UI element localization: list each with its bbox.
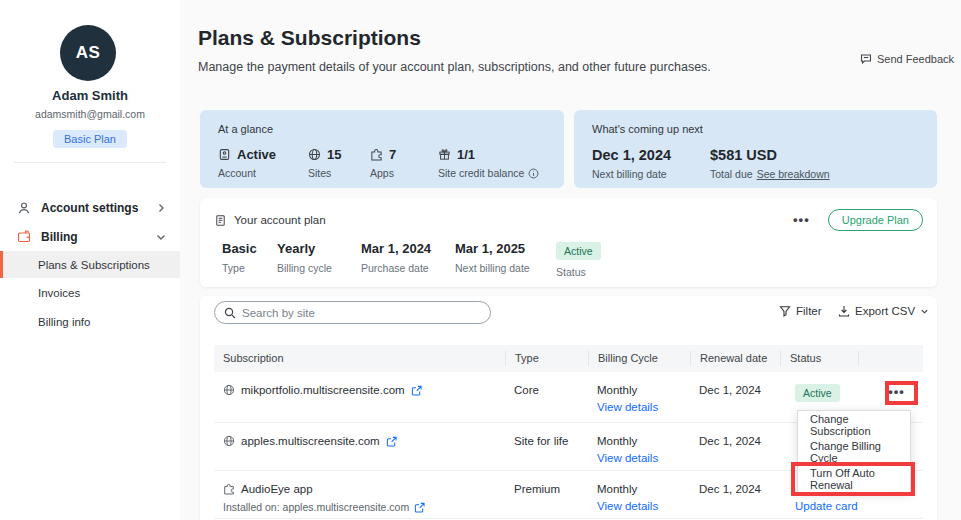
column-header-renewal-date: Renewal date <box>690 351 780 366</box>
glance-item-sites: 15 Sites <box>308 147 370 179</box>
menu-item-change-billing-cycle[interactable]: Change Billing Cycle <box>798 438 910 465</box>
send-feedback-button[interactable]: Send Feedback <box>860 53 954 65</box>
user-name: Adam Smith <box>0 88 180 103</box>
subscription-name: AudioEye app <box>241 483 313 495</box>
filter-label: Filter <box>796 305 822 317</box>
glance-label: Site credit balance <box>438 167 524 179</box>
glance-item-apps: 7 Apps <box>370 147 438 179</box>
plan-field-type: Basic Type <box>222 241 277 278</box>
plan-field-label: Billing cycle <box>277 262 361 274</box>
status-badge: Active <box>795 384 840 402</box>
filter-button[interactable]: Filter <box>779 305 822 317</box>
avatar[interactable]: AS <box>60 25 116 81</box>
account-badge-icon <box>218 148 231 161</box>
view-details-link[interactable]: View details <box>597 401 658 413</box>
sidebar-item-plans-subscriptions[interactable]: Plans & Subscriptions <box>0 251 180 278</box>
globe-icon <box>223 384 235 396</box>
upcoming-item-total-due: $581 USD Total due See breakdown <box>710 147 830 180</box>
billing-cycle: Monthly <box>597 384 690 396</box>
chevron-down-icon <box>156 232 166 242</box>
page-title: Plans & Subscriptions <box>198 26 421 50</box>
search-box[interactable] <box>214 301 491 324</box>
page-subtitle: Manage the payment details of your accou… <box>198 60 711 74</box>
sidebar-divider <box>14 162 166 163</box>
column-header-actions <box>858 351 923 366</box>
avatar-initials: AS <box>76 43 101 63</box>
external-link-icon[interactable] <box>411 385 422 396</box>
installed-on-text: Installed on: apples.multiscreensite.com <box>223 501 409 513</box>
column-header-status: Status <box>780 351 858 366</box>
account-plan-card: Your account plan ••• Upgrade Plan Basic… <box>200 198 937 287</box>
sidebar-item-account-settings[interactable]: Account settings <box>0 193 180 222</box>
renewal-date: Dec 1, 2024 <box>690 372 780 422</box>
external-link-icon[interactable] <box>386 436 397 447</box>
glance-item-site-credit: 1/1 Site credit balance <box>438 147 539 179</box>
account-plan-title: Your account plan <box>234 214 326 226</box>
sidebar-item-invoices[interactable]: Invoices <box>0 278 180 307</box>
view-details-link[interactable]: View details <box>597 500 658 512</box>
sidebar-item-label: Billing <box>41 230 78 244</box>
glance-value: 7 <box>389 147 396 162</box>
plan-field-value: Mar 1, 2024 <box>361 241 455 256</box>
upcoming-value: $581 USD <box>710 147 777 163</box>
external-link-icon[interactable] <box>414 502 425 513</box>
renewal-date: Dec 1, 2024 <box>690 423 780 470</box>
sidebar-subitem-label: Plans & Subscriptions <box>38 259 150 271</box>
status-badge: Active <box>556 242 601 260</box>
glance-label: Apps <box>370 167 438 179</box>
plan-field-status: Active Status <box>556 241 601 278</box>
at-a-glance-panel: At a glance Active Account 15 Sites <box>200 110 564 188</box>
column-header-billing-cycle: Billing Cycle <box>588 351 690 366</box>
subscription-type: Core <box>505 372 588 422</box>
subscription-name: apples.multiscreensite.com <box>241 435 380 447</box>
glance-label: Sites <box>308 167 370 179</box>
billing-cycle: Monthly <box>597 483 690 495</box>
panel-title: What's coming up next <box>592 123 919 135</box>
sidebar-subitem-label: Invoices <box>38 287 80 299</box>
info-icon[interactable] <box>528 168 539 179</box>
sidebar-item-label: Account settings <box>41 201 138 215</box>
globe-icon <box>223 435 235 447</box>
feedback-icon <box>860 53 872 65</box>
export-label: Export CSV <box>855 305 915 317</box>
puzzle-icon <box>370 148 383 161</box>
coming-up-panel: What's coming up next Dec 1, 2024 Next b… <box>574 110 937 188</box>
upcoming-label: Next billing date <box>592 168 692 180</box>
table-header: Subscription Type Billing Cycle Renewal … <box>214 345 923 372</box>
plan-more-actions-button[interactable]: ••• <box>793 215 810 225</box>
plan-field-value: Basic <box>222 241 277 256</box>
document-icon <box>214 214 227 227</box>
sidebar-subitem-label: Billing info <box>38 316 90 328</box>
menu-item-change-subscription[interactable]: Change Subscription <box>798 411 910 438</box>
see-breakdown-link[interactable]: See breakdown <box>757 168 830 180</box>
export-csv-button[interactable]: Export CSV <box>838 305 929 317</box>
puzzle-icon <box>223 483 235 495</box>
plan-field-label: Next billing date <box>455 262 556 274</box>
sidebar-item-billing-info[interactable]: Billing info <box>0 307 180 336</box>
plan-badge: Basic Plan <box>53 130 127 148</box>
plan-field-value: Mar 1, 2025 <box>455 241 556 256</box>
row-more-actions-button[interactable]: ••• <box>888 384 905 399</box>
glance-label: Account <box>218 167 308 179</box>
search-input[interactable] <box>242 307 481 319</box>
column-header-subscription: Subscription <box>214 351 505 366</box>
upcoming-value: Dec 1, 2024 <box>592 147 671 163</box>
upgrade-plan-button[interactable]: Upgrade Plan <box>828 209 923 231</box>
plan-field-purchase-date: Mar 1, 2024 Purchase date <box>361 241 455 278</box>
plan-field-next-billing-date: Mar 1, 2025 Next billing date <box>455 241 556 278</box>
chevron-right-icon <box>156 203 166 213</box>
plan-field-label: Purchase date <box>361 262 455 274</box>
plan-field-billing-cycle: Yearly Billing cycle <box>277 241 361 278</box>
glance-value: 15 <box>327 147 341 162</box>
upcoming-item-billing-date: Dec 1, 2024 Next billing date <box>592 147 692 180</box>
billing-cycle: Monthly <box>597 435 690 447</box>
download-icon <box>838 305 850 317</box>
plan-field-value: Yearly <box>277 241 361 256</box>
subscription-type: Premium <box>505 471 588 518</box>
sidebar-item-billing[interactable]: Billing <box>0 222 180 251</box>
plan-field-label: Status <box>556 266 601 278</box>
sidebar: AS Adam Smith adamsmith@gmail.com Basic … <box>0 0 180 520</box>
view-details-link[interactable]: View details <box>597 452 658 464</box>
update-card-link[interactable]: Update card <box>795 500 858 512</box>
menu-item-turn-off-auto-renewal[interactable]: Turn Off Auto Renewal <box>798 465 910 492</box>
